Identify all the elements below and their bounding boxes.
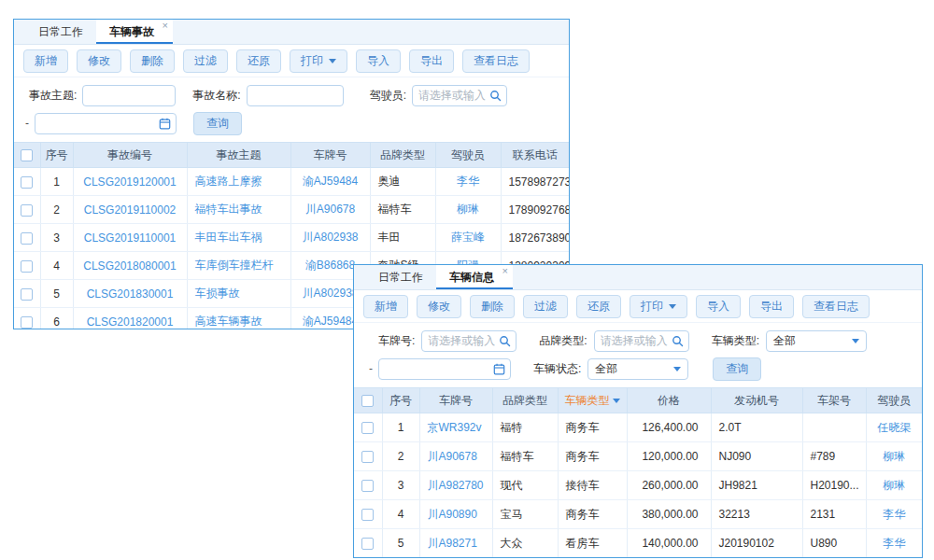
col-accident-code[interactable]: 事故编号 [73, 143, 187, 168]
row-checkbox[interactable] [21, 176, 33, 189]
select-all-checkbox[interactable] [21, 149, 33, 161]
cell-driver[interactable]: 薛宝峰 [435, 224, 501, 252]
cell-plate[interactable]: 川A982780 [419, 471, 492, 500]
cell-accident-code[interactable]: CLSG201830001 [73, 280, 187, 308]
cell-no: 5 [40, 280, 73, 308]
calendar-icon[interactable] [493, 363, 505, 375]
filter-button[interactable]: 过滤 [523, 295, 568, 318]
cell-accident-subject[interactable]: 高速车辆事故 [187, 308, 290, 330]
add-button[interactable]: 新增 [23, 49, 68, 73]
col-phone[interactable]: 联系电话 [501, 143, 569, 168]
search-icon[interactable] [489, 90, 502, 102]
row-checkbox[interactable] [21, 316, 33, 329]
calendar-icon[interactable] [159, 118, 171, 130]
cell-accident-subject[interactable]: 福特车出事故 [187, 196, 290, 224]
print-button[interactable]: 打印 [290, 49, 347, 73]
cell-plate[interactable]: 渝AJ59484 [290, 168, 370, 196]
col-brand[interactable]: 品牌类型 [370, 143, 435, 168]
vehicle-status-select[interactable]: 全部 [587, 358, 688, 380]
query-button[interactable]: 查询 [193, 112, 242, 135]
cell-accident-code[interactable]: CLSG201820001 [73, 308, 187, 330]
view-log-button[interactable]: 查看日志 [802, 295, 870, 318]
accident-name-input[interactable] [247, 85, 344, 106]
date-range-input[interactable] [378, 358, 511, 380]
restore-button[interactable]: 还原 [576, 295, 621, 318]
view-log-button[interactable]: 查看日志 [462, 49, 530, 73]
cell-driver[interactable]: 柳琳 [435, 196, 501, 224]
cell-accident-code[interactable]: CLSG2019110001 [73, 224, 187, 252]
close-icon[interactable]: × [163, 20, 168, 31]
date-range-dash: - [25, 117, 29, 130]
cell-accident-code[interactable]: CLSG2018080001 [73, 252, 187, 280]
col-plate[interactable]: 车牌号 [290, 143, 370, 168]
tab-daily-work[interactable]: 日常工作 [365, 265, 436, 289]
delete-button[interactable]: 删除 [470, 295, 515, 318]
row-checkbox[interactable] [361, 451, 374, 463]
col-accident-subject[interactable]: 事故主题 [187, 143, 290, 168]
import-button[interactable]: 导入 [696, 295, 741, 318]
row-checkbox[interactable] [21, 232, 33, 245]
edit-button[interactable]: 修改 [77, 49, 121, 73]
edit-button[interactable]: 修改 [417, 295, 461, 318]
col-price[interactable]: 价格 [627, 388, 711, 413]
cell-type: 商务车 [558, 442, 627, 471]
cell-accident-subject[interactable]: 高速路上摩擦 [187, 168, 290, 196]
export-button[interactable]: 导出 [749, 295, 794, 318]
search-icon[interactable] [672, 335, 684, 347]
cell-plate[interactable]: 川A98271 [419, 529, 492, 558]
vehicle-type-select[interactable]: 全部 [766, 330, 867, 352]
search-icon[interactable] [499, 335, 511, 347]
cell-accident-code[interactable]: CLSG2019120001 [73, 168, 187, 196]
cell-accident-code[interactable]: CLSG2019110002 [73, 196, 187, 224]
sort-caret-down-icon[interactable] [613, 399, 620, 403]
row-checkbox[interactable] [21, 260, 33, 273]
select-all-checkbox[interactable] [361, 395, 374, 407]
row-checkbox[interactable] [361, 509, 374, 521]
col-frame[interactable]: 车架号 [802, 388, 866, 413]
cell-driver[interactable]: 李华 [435, 168, 501, 196]
col-vehicle-type-sorted[interactable]: 车辆类型 [558, 388, 627, 413]
col-plate[interactable]: 车牌号 [419, 388, 492, 413]
cell-frame: 2131 [802, 500, 866, 529]
tab-vehicle-info[interactable]: 车辆信息 × [436, 265, 513, 289]
import-button[interactable]: 导入 [356, 49, 401, 73]
cell-driver[interactable]: 任晓渠 [866, 413, 922, 442]
col-engine[interactable]: 发动机号 [711, 388, 802, 413]
restore-button[interactable]: 还原 [236, 49, 281, 73]
col-no[interactable]: 序号 [382, 388, 419, 413]
cell-plate[interactable]: 京WR392v [419, 413, 492, 442]
col-driver[interactable]: 驾驶员 [866, 388, 922, 413]
col-no[interactable]: 序号 [40, 143, 73, 168]
caret-down-icon [852, 339, 859, 343]
cell-accident-subject[interactable]: 车库倒车撞栏杆 [187, 252, 290, 280]
cell-plate[interactable]: 川A90678 [419, 442, 492, 471]
add-button[interactable]: 新增 [363, 295, 408, 318]
delete-button[interactable]: 删除 [130, 49, 175, 73]
row-checkbox[interactable] [21, 288, 33, 301]
cell-driver[interactable]: 李华 [866, 529, 922, 558]
row-checkbox[interactable] [361, 480, 374, 492]
col-driver[interactable]: 驾驶员 [435, 143, 501, 168]
row-checkbox[interactable] [361, 538, 374, 550]
cell-plate[interactable]: 川A90890 [419, 500, 492, 529]
cell-accident-subject[interactable]: 丰田车出车祸 [187, 224, 290, 252]
tab-daily-work[interactable]: 日常工作 [25, 20, 96, 44]
cell-accident-subject[interactable]: 车损事故 [187, 280, 290, 308]
close-icon[interactable]: × [502, 265, 508, 276]
cell-plate[interactable]: 川A802938 [290, 224, 370, 252]
cell-plate[interactable]: 川A90678 [290, 196, 370, 224]
row-checkbox[interactable] [361, 422, 374, 434]
cell-driver[interactable]: 柳琳 [866, 471, 922, 500]
tab-vehicle-accidents[interactable]: 车辆事故 × [96, 20, 173, 44]
accident-subject-input[interactable] [82, 85, 176, 106]
print-button[interactable]: 打印 [630, 295, 687, 318]
export-button[interactable]: 导出 [409, 49, 454, 73]
cell-driver[interactable]: 李华 [866, 500, 922, 529]
cell-driver[interactable]: 柳琳 [866, 442, 922, 471]
row-checkbox[interactable] [21, 204, 33, 217]
table-row: 4 川A90890 宝马 商务车 380,000.00 32213 2131 李… [354, 500, 922, 529]
col-brand[interactable]: 品牌类型 [492, 388, 558, 413]
date-range-input[interactable] [35, 113, 177, 134]
query-button[interactable]: 查询 [713, 357, 761, 381]
filter-button[interactable]: 过滤 [183, 49, 228, 73]
